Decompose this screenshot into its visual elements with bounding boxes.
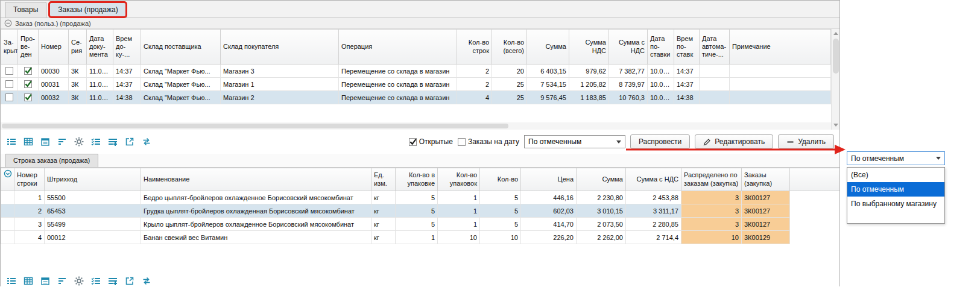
orders-column-header[interactable]: Операция [339,30,457,65]
line-cell: Бедро цыплят-бройлеров охлажденное Борис… [141,191,371,204]
refresh-icon[interactable] [141,276,151,286]
lines-column-header[interactable]: Кол-во упаковок [438,168,480,191]
line-row[interactable]: 355499Крыло цыплят-бройлеров охлажденное… [1,218,840,231]
dropdown-option-by-store[interactable]: По выбранному магазину [847,197,944,211]
tab-products[interactable]: Товары [5,2,46,17]
orders-column-header[interactable]: Склад поставщика [141,30,221,65]
add-row-icon[interactable] [107,276,118,286]
order-cell: 3К [69,91,87,104]
checkbox-checked-icon[interactable] [409,138,417,146]
numbered-list-icon[interactable] [90,276,101,286]
popup-select[interactable]: По отмеченным [847,151,945,165]
lines-column-header[interactable]: Цена [521,168,577,191]
orders-vertical-scrollbar[interactable] [831,29,839,130]
orders-column-header[interactable]: За- крыт [1,30,18,65]
order-cell: 11.07.25 [87,91,113,104]
orders-column-header[interactable]: Сумма НДС [569,30,609,65]
lines-column-header[interactable]: Наименование [141,168,371,191]
lines-column-header[interactable]: Кол-во [480,168,521,191]
numbered-list-icon[interactable] [90,137,101,147]
orders-column-header[interactable]: Дата автома- тиче-... [700,30,730,65]
order-row[interactable]: 000323К11.07.2514:38Склад "Маркет Фью...… [1,91,831,104]
line-cell: 55500 [45,191,141,204]
grid-view-icon[interactable] [23,276,33,286]
calendar-icon[interactable] [40,137,50,147]
orders-column-header[interactable]: Примечание [730,30,831,65]
order-row[interactable]: 000313К11.07.2514:37Склад "Маркет Фью...… [1,78,831,91]
orders-column-header[interactable]: Про- ве- ден [18,30,39,65]
tab-orders-sale[interactable]: Заказы (продажа) [49,2,126,17]
scroll-up-arrow-icon[interactable] [833,32,838,35]
lines-column-header[interactable]: Ед. изм. [371,168,396,191]
line-cell: 00012 [45,231,141,244]
calendar-icon[interactable] [40,276,50,286]
orders-column-header[interactable]: Врем по- ставк [674,30,700,65]
tab-order-lines[interactable]: Строка заказа (продажа) [5,154,98,167]
orders-column-header[interactable]: Сумма с НДС [609,30,648,65]
order-row[interactable]: 000303К11.07.2514:37Склад "Маркет Фью...… [1,65,831,78]
grid-view-icon[interactable] [23,137,33,147]
open-orders-checkbox[interactable]: Открытые [409,137,453,146]
orders-horizontal-scrollbar[interactable] [1,122,831,130]
horizontal-scroll-thumb[interactable] [2,124,508,128]
orders-column-header[interactable]: Номер [39,30,69,65]
orders-table: За- крытПро- ве- денНомерСе- рияДата док… [1,29,831,104]
line-cell: 4 [14,231,45,244]
lines-column-header[interactable]: Штрихкод [45,168,141,191]
closed-checkbox-unchecked[interactable] [5,80,13,88]
details-list-icon[interactable] [6,276,16,286]
lines-column-header[interactable]: Заказы (закупка) [742,168,790,191]
mode-select[interactable]: По отмеченным [524,135,625,148]
posted-checkbox-checked[interactable] [24,67,32,75]
settings-gear-icon[interactable] [74,276,84,286]
select-all-icon[interactable] [1,168,14,191]
open-external-icon[interactable] [124,276,134,286]
orders-column-header[interactable]: Кол-во строк [457,30,492,65]
line-row[interactable]: 265453Грудка цыплят-бройлеров охлажденна… [1,204,840,218]
sort-filter-icon[interactable] [57,137,67,147]
order-cell: 10.07.25 [648,78,674,91]
lines-column-header[interactable]: Сумма с НДС [626,168,681,191]
scroll-down-arrow-icon[interactable] [833,124,838,127]
add-row-icon[interactable] [107,137,118,147]
checkbox-unchecked-icon[interactable] [458,138,466,146]
orders-column-header[interactable]: Дата доку- мента [87,30,113,65]
lines-column-header[interactable]: Кол-во в упаковке [396,168,438,191]
lines-column-header[interactable]: Сумма [577,168,626,191]
line-cell: 2 714,4 [626,231,681,244]
order-cell: 11.07.25 [87,65,113,78]
orders-column-header[interactable]: Дата по- ставки [648,30,674,65]
dropdown-option-all[interactable]: (Все) [847,168,944,182]
mode-dropdown-popup: По отмеченным (Все) По отмеченным По выб… [847,151,945,224]
settings-gear-icon[interactable] [74,137,84,147]
posted-checkbox-checked[interactable] [24,93,32,101]
line-cell: 5 [480,191,521,204]
collapse-minus-icon[interactable] [4,19,12,27]
refresh-icon[interactable] [141,137,151,147]
orders-column-header[interactable]: Склад покупателя [221,30,339,65]
lines-table-area: Номер строкиШтрихкодНаименованиеЕд. изм.… [1,168,839,272]
dropdown-option-marked[interactable]: По отмеченным [847,182,944,197]
orders-column-header[interactable]: Врем до- ку-... [113,30,141,65]
posted-checkbox-checked[interactable] [24,80,32,88]
orders-column-header[interactable]: Се- рия [69,30,87,65]
row-indicator-cell [1,218,14,231]
orders-column-header[interactable]: Сумма [527,30,569,65]
order-cell [730,91,831,104]
orders-column-header[interactable]: Кол-во (всего) [492,30,527,65]
lines-column-header[interactable]: Распределено по заказам (закупка) [681,168,742,191]
sort-filter-icon[interactable] [57,276,67,286]
order-cell: 3К [69,78,87,91]
popup-select-value: По отмеченным [851,154,904,163]
line-cell: кг [371,218,396,231]
orders-on-date-checkbox[interactable]: Заказы на дату [458,137,519,146]
closed-checkbox-unchecked[interactable] [5,67,13,75]
open-external-icon[interactable] [124,137,134,147]
line-row[interactable]: 155500Бедро цыплят-бройлеров охлажденное… [1,191,840,204]
closed-checkbox-unchecked[interactable] [5,93,13,101]
lines-column-header[interactable]: Номер строки [14,168,45,191]
vertical-scroll-thumb[interactable] [833,39,839,74]
line-row[interactable]: 400012Банан свежий вес Витаминкг11010226… [1,231,840,244]
line-cell: 3 [681,204,742,218]
details-list-icon[interactable] [6,137,16,147]
